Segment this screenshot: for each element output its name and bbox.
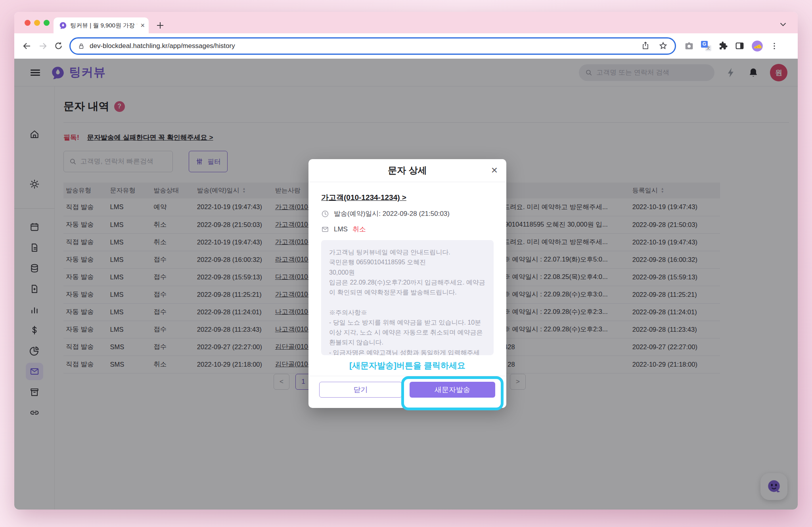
new-tab-button[interactable] — [155, 21, 165, 30]
back-icon[interactable] — [22, 41, 32, 51]
translate-icon[interactable] — [701, 41, 711, 51]
browser-toolbar: dev-blockdeal.hatchling.kr/app/messages/… — [14, 33, 798, 59]
modal-msg-type: LMS — [334, 225, 348, 233]
url-text: dev-blockdeal.hatchling.kr/app/messages/… — [90, 42, 636, 50]
lock-icon — [78, 42, 85, 50]
tab-title: 팅커뷰 | 월 9,900원 가장 합리적인 — [70, 22, 137, 29]
modal-close-button[interactable]: 닫기 — [319, 382, 402, 398]
close-window-button[interactable] — [25, 20, 31, 26]
modal-sent-at: 발송(예약)일시: 2022-09-28 (21:50:03) — [334, 209, 450, 218]
clock-icon — [321, 210, 329, 218]
tab-favicon — [59, 21, 67, 29]
minimize-window-button[interactable] — [34, 20, 40, 26]
message-detail-modal: 문자 상세 × 가고객(010-1234-1234) > 발송(예약)일시: 2… — [308, 159, 506, 408]
zoom-window-button[interactable] — [44, 20, 50, 26]
side-panel-icon[interactable] — [735, 41, 745, 51]
extensions-puzzle-icon[interactable] — [718, 41, 728, 51]
share-icon[interactable] — [641, 41, 650, 50]
modal-message-body: 가고객님 팅커뷰네일 예약금 안내드립니다. 국민은행 065901041185… — [321, 240, 494, 355]
tab-search-chevron-icon[interactable] — [779, 20, 787, 29]
profile-avatar-icon[interactable] — [751, 40, 763, 52]
bookmark-star-icon[interactable] — [659, 41, 668, 50]
browser-titlebar: 팅커뷰 | 월 9,900원 가장 합리적인 × — [14, 12, 798, 33]
browser-menu-icon[interactable] — [770, 42, 779, 50]
modal-status: 취소 — [352, 225, 366, 234]
app-viewport: 팅커뷰 원 — [14, 59, 798, 510]
url-bar[interactable]: dev-blockdeal.hatchling.kr/app/messages/… — [69, 37, 676, 55]
traffic-lights — [25, 20, 50, 26]
forward-icon[interactable] — [38, 41, 48, 51]
screenshot-camera-icon[interactable] — [684, 41, 694, 51]
browser-window: 팅커뷰 | 월 9,900원 가장 합리적인 × dev-blockdeal.h… — [14, 12, 798, 510]
mail-icon — [321, 225, 329, 233]
modal-title: 문자 상세 — [388, 164, 427, 177]
modal-recipient-link[interactable]: 가고객(010-1234-1234) > — [321, 192, 406, 203]
browser-tab[interactable]: 팅커뷰 | 월 9,900원 가장 합리적인 × — [54, 17, 149, 33]
modal-close-icon[interactable]: × — [491, 164, 498, 177]
reload-icon[interactable] — [54, 41, 63, 50]
tab-close-icon[interactable]: × — [140, 22, 145, 29]
tutorial-tooltip: [새문자발송]버튼을 클릭하세요 — [321, 360, 494, 371]
resend-message-button[interactable]: 새문자발송 — [410, 382, 495, 398]
